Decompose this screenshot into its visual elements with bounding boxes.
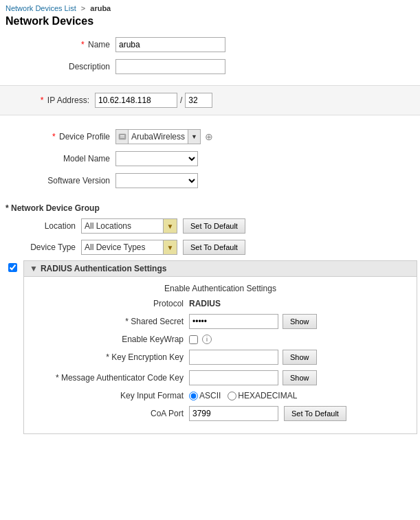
ndg-section: * Network Device Group Location All Loca… [0,202,420,256]
radius-section-checkbox-area [3,260,23,272]
page-title: Network Devices [0,14,420,33]
keywrap-row: Enable KeyWrap i [38,335,403,344]
location-set-default-button[interactable]: Set To Default [183,218,245,234]
device-type-label: Device Type [5,242,81,252]
shared-secret-input[interactable] [189,314,278,329]
name-label: * Name [5,40,115,49]
location-value: All Locations [82,221,163,231]
radius-section: ▼ RADIUS Authentication Settings Enable … [23,260,417,434]
model-name-label: Model Name [5,154,115,163]
breadcrumb-link[interactable]: Network Devices List [5,4,76,12]
device-type-value: All Device Types [82,242,163,252]
shared-secret-label: * Shared Secret [38,317,189,326]
coa-set-default-button[interactable]: Set To Default [284,406,346,421]
ip-row: * IP Address: / [0,91,420,109]
hex-option: HEXADECIMAL [228,391,297,400]
location-label: Location [5,221,81,231]
shared-secret-row: * Shared Secret Show [38,314,403,329]
coa-port-row: CoA Port Set To Default [38,406,403,421]
software-version-select[interactable] [115,173,198,188]
device-profile-select-wrapper[interactable]: ArubaWireless ▼ [115,129,201,144]
shared-secret-show-button[interactable]: Show [283,314,317,329]
main-form: * Name Description [0,33,420,82]
radius-outer: ▼ RADIUS Authentication Settings Enable … [3,260,417,434]
coa-port-input[interactable] [189,406,278,421]
location-dropdown-btn[interactable]: ▼ [163,219,177,233]
keywrap-label: Enable KeyWrap [38,335,189,344]
keywrap-checkbox[interactable] [189,335,198,344]
device-profile-value: ArubaWireless [129,132,188,142]
software-version-label: Software Version [5,176,115,185]
ip-address-input[interactable] [95,93,177,108]
ndg-title: * Network Device Group [0,202,420,217]
key-encryption-show-button[interactable]: Show [283,350,317,365]
message-auth-label: * Message Authenticator Code Key [38,373,189,383]
enable-auth-row: Enable Authentication Settings [38,284,403,293]
ascii-option: ASCII [189,391,221,400]
device-type-set-default-button[interactable]: Set To Default [183,240,245,255]
model-name-select[interactable] [115,151,198,166]
description-row: Description [5,58,415,76]
key-encryption-input[interactable] [189,350,278,365]
device-type-row: Device Type All Device Types ▼ Set To De… [0,238,420,256]
globe-icon[interactable]: ⊕ [205,131,213,142]
description-label: Description [5,62,115,71]
coa-port-label: CoA Port [38,409,189,418]
key-input-format-row: Key Input Format ASCII HEXADECIMAL [38,391,403,400]
radius-toggle-icon[interactable]: ▼ [30,264,38,273]
radius-header: ▼ RADIUS Authentication Settings [24,261,417,277]
enable-auth-label: Enable Authentication Settings [164,284,276,293]
radius-body: Enable Authentication Settings Protocol … [24,277,417,433]
name-row: * Name [5,36,415,54]
device-profile-row: * Device Profile ArubaWireless ▼ ⊕ [5,129,415,144]
key-encryption-row: * Key Encryption Key Show [38,350,403,365]
radius-section-label: RADIUS Authentication Settings [41,264,167,273]
location-row: Location All Locations ▼ Set To Default [0,217,420,235]
protocol-label: Protocol [38,299,189,308]
software-version-row: Software Version [5,172,415,190]
device-type-select-wrapper[interactable]: All Device Types ▼ [81,240,177,255]
device-type-dropdown-btn[interactable]: ▼ [163,240,177,254]
keywrap-checkbox-wrapper: i [189,335,212,344]
ascii-label: ASCII [199,391,221,400]
ip-label: * IP Address: [5,95,95,105]
hex-label: HEXADECIMAL [238,391,297,400]
name-input[interactable] [115,37,225,52]
protocol-value: RADIUS [189,299,221,308]
key-input-format-label: Key Input Format [38,391,189,400]
device-section: * Device Profile ArubaWireless ▼ ⊕ Model… [0,122,420,196]
message-auth-row: * Message Authenticator Code Key Show [38,370,403,385]
radius-section-checkbox[interactable] [8,263,17,272]
location-select-wrapper[interactable]: All Locations ▼ [81,218,177,234]
ip-section: * IP Address: / [0,85,420,115]
key-encryption-label: * Key Encryption Key [38,352,189,362]
keywrap-info-icon[interactable]: i [202,335,212,344]
message-auth-show-button[interactable]: Show [283,370,317,385]
protocol-row: Protocol RADIUS [38,299,403,308]
hex-radio[interactable] [228,392,236,400]
svg-rect-2 [120,137,124,137]
device-profile-icon [116,130,129,144]
breadcrumb: Network Devices List > aruba [0,0,420,14]
description-input[interactable] [115,59,225,74]
ip-slash: / [180,95,182,105]
device-profile-label: * Device Profile [5,132,115,142]
breadcrumb-current: aruba [90,4,111,12]
model-name-row: Model Name [5,150,415,168]
name-required-star: * [81,40,85,49]
message-auth-input[interactable] [189,370,278,385]
ascii-radio[interactable] [189,392,198,400]
device-profile-dropdown-btn[interactable]: ▼ [188,130,200,144]
breadcrumb-separator: > [81,4,85,12]
ip-prefix-input[interactable] [185,93,212,108]
svg-rect-1 [120,135,124,136]
